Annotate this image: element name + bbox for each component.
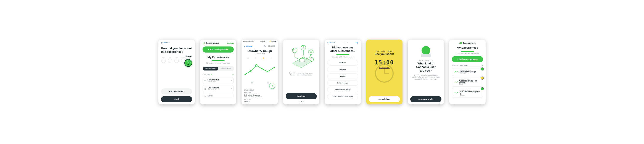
svg-point-9: [267, 71, 268, 72]
status-carrier: ••ıı Cannametrics ᯤ: [243, 40, 256, 42]
status-battery: ⚡ 100% ▮: [269, 40, 276, 42]
leaf-icon: ✿: [204, 80, 206, 82]
screen-feeling: Go back How did you feel about this expe…: [158, 40, 195, 104]
source-address: 1040 Fort Street, Victoria, BC: [244, 96, 275, 98]
setup-profile-button[interactable]: Setup my profile: [410, 96, 442, 102]
experience-card[interactable]: MARCH 9, 2018 Sun-Grown Orange No 2 Hash…: [452, 88, 483, 98]
svg-point-6: [250, 70, 252, 72]
rating-okay[interactable]: Okay: [174, 57, 179, 63]
category-card-edible[interactable]: ◐ Edible: [202, 93, 234, 98]
option-alcohol[interactable]: Alcohol: [327, 74, 358, 79]
strain-name: Strawberry Cough: [242, 49, 278, 53]
page-dots: [286, 102, 317, 102]
tv-icon: ▣: [251, 81, 253, 84]
profile-section-label: YOUR PROFILE: [410, 60, 442, 62]
enjoyment-label: ENJOYMENT: [244, 89, 275, 91]
selected-rating-label: Great: [186, 55, 192, 58]
brand-name: Cannametrics: [463, 42, 476, 44]
svg-rect-12: [300, 58, 305, 62]
tab-experiences[interactable]: EXPERIENCES: [203, 67, 218, 70]
tab-challenges[interactable]: CHALLENGES: [218, 67, 233, 70]
svg-point-10: [274, 67, 275, 68]
category-card-flower[interactable]: ✿ Flower / BudJun 24, 2018 ›: [202, 77, 234, 84]
logo-icon: [202, 42, 205, 44]
svg-point-8: [261, 68, 262, 70]
help-text: Choose all that apply: [327, 56, 358, 58]
svg-rect-23: [460, 42, 461, 44]
edible-icon: ◐: [204, 95, 206, 97]
screen-timer: CHECK-IN TIMER See you soon! 15:00 + Add…: [366, 40, 402, 104]
record-date: Mar 11,2018: [264, 45, 275, 47]
go-back-link[interactable]: Go Back: [244, 45, 252, 47]
brand-name: Cannametrics: [206, 42, 219, 44]
sparkline-icon: [454, 81, 458, 83]
cancel-timer-button[interactable]: Cancel timer: [369, 96, 400, 102]
add-favorites-button[interactable]: Add to favorites?: [161, 88, 192, 94]
option-tobacco[interactable]: Tobacco: [327, 67, 358, 72]
settings-link[interactable]: Settings: [227, 42, 234, 44]
strain-type: Flower/Bud: [242, 53, 278, 55]
rating-good[interactable]: Good: [181, 57, 185, 63]
sparkline-icon: [454, 70, 458, 74]
enjoyment-chart: [244, 60, 275, 80]
mood-badge-icon: [480, 68, 484, 70]
option-prescription[interactable]: Prescription Drugs: [327, 87, 358, 92]
svg-point-16: [310, 58, 314, 62]
sparkline-icon: [454, 92, 458, 94]
screen-strain-detail: ••ıı Cannametrics ᯤ 9:41 AM ⚡ 100% ▮ Go …: [242, 40, 278, 104]
svg-rect-2: [203, 43, 203, 44]
title-underline-icon: [212, 60, 224, 61]
source-name: Gulf Island Organics: [244, 94, 275, 96]
svg-point-17: [310, 52, 312, 53]
timer-headline: See you soon!: [369, 52, 400, 56]
effect-icons-row: ☺ ☀ ⚡ ☾: [244, 57, 275, 59]
category-card-concentrate[interactable]: ▥ ConcentrateJun 24, 2018 ›: [202, 85, 234, 92]
option-sugar[interactable]: Lots of sugar: [327, 80, 358, 86]
step-progress: 3 / 4: [342, 42, 348, 44]
add-experience-button[interactable]: + Add new experience: [452, 56, 483, 62]
concentrate-icon: ▥: [204, 88, 206, 90]
go-back-link[interactable]: Go back: [327, 42, 335, 44]
moon-icon: ☾: [270, 57, 272, 59]
feeling-question: How did you feel about this experience?: [161, 47, 192, 54]
tabs: EXPERIENCES CHALLENGES: [202, 66, 234, 71]
dot[interactable]: [299, 102, 300, 102]
categories-dropdown[interactable]: Categories ▾: [202, 74, 212, 76]
option-other[interactable]: Other recreational drugs: [327, 94, 358, 99]
screens-row: Go back How did you feel about this expe…: [158, 40, 486, 104]
method-value: Smoke: [244, 101, 275, 103]
status-time: 9:41 AM: [260, 40, 265, 42]
sort-dropdown[interactable]: Most Recent ▾: [460, 64, 483, 67]
rating-bad[interactable]: Bad: [168, 57, 172, 63]
brand-logo: Cannametrics: [202, 42, 219, 44]
continue-button[interactable]: Continue: [286, 93, 317, 99]
finish-button[interactable]: Finish: [161, 96, 192, 102]
onboarding-illustration: [286, 42, 317, 72]
rating-awful[interactable]: Awful: [162, 57, 166, 63]
profile-copy: A few simple questions will help us cust…: [410, 74, 442, 80]
search-icon[interactable]: ⌕: [232, 73, 234, 76]
logo-icon: [459, 42, 462, 44]
go-back-link[interactable]: Go back: [161, 42, 192, 44]
stopwatch-icon: [371, 59, 397, 85]
svg-rect-22: [460, 43, 460, 44]
brand-logo: Cannametrics: [452, 42, 483, 44]
dot-active[interactable]: [301, 102, 302, 102]
screen-substances: Go back 3 / 4 Skip Did you use any other…: [324, 40, 361, 104]
sun-icon: ☀: [255, 57, 257, 59]
experience-card[interactable]: MARCH 11, 2018 Strawberry Cough Flower/B…: [452, 68, 483, 76]
add-experience-button[interactable]: + Add new experience: [202, 46, 234, 52]
page-title: My Experiences: [202, 56, 234, 59]
experience-card[interactable]: MARCH 10, 2018 Weetos Flaming Hot, 150mg…: [452, 77, 483, 87]
svg-rect-3: [204, 42, 204, 44]
method-label: METHOD: [244, 99, 275, 100]
screen-experiences-categories: Cannametrics Settings + Add new experien…: [200, 40, 236, 104]
option-caffeine[interactable]: Caffeine: [327, 60, 358, 66]
zap-icon: ⚡: [262, 57, 265, 59]
onboarding-copy: Use the app to log your Cannabis experie…: [286, 72, 317, 76]
screen-onboarding: Use the app to log your Cannabis experie…: [283, 40, 320, 104]
source-label: SOURCE: [244, 92, 275, 94]
skip-link[interactable]: Skip: [355, 42, 358, 44]
book-icon: ▤: [266, 81, 268, 84]
dot[interactable]: [303, 102, 304, 102]
